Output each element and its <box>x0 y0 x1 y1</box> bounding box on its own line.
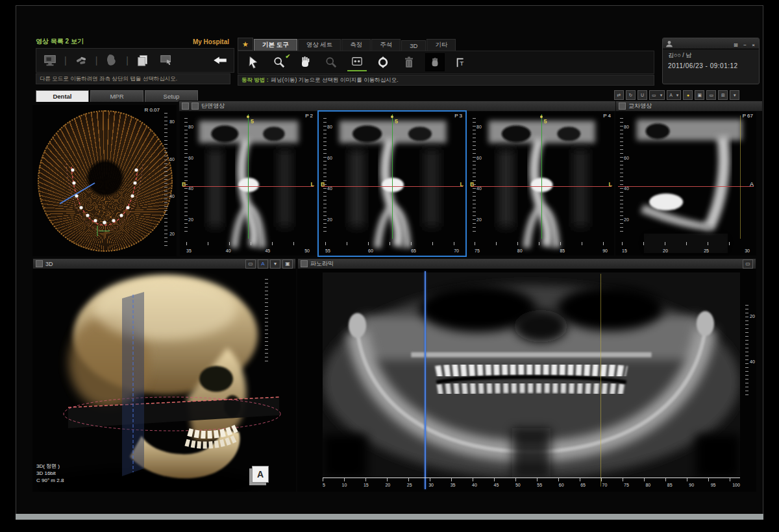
slice-position-label: P 2 <box>305 113 313 119</box>
annotation-button[interactable]: A <box>258 260 268 269</box>
ruler-number: 35 <box>451 483 456 487</box>
tab-dental[interactable]: Dental <box>36 90 89 102</box>
highlight-toggle-button[interactable]: ● <box>683 90 693 100</box>
crosshair-horizontal[interactable] <box>471 186 612 187</box>
divider: | <box>93 55 100 66</box>
measure-text-button[interactable]: T <box>451 53 471 71</box>
axial-arch-viewport[interactable]: R 0.07 80 60 40 20 <box>32 105 177 256</box>
region-report-button[interactable] <box>101 51 123 69</box>
crosshair-vertical[interactable] <box>392 114 393 239</box>
rotate-3d-button[interactable] <box>373 53 393 71</box>
line-origin-dot <box>247 115 249 118</box>
left-status-bar: 다른 모드로 이동하려면 좌측 상단의 탭을 선택하십시오. <box>36 73 230 84</box>
grid-button[interactable]: ▣ <box>282 260 293 269</box>
ruler-number: 80 <box>624 125 629 129</box>
cursor-icon <box>247 56 259 69</box>
crosshair-vertical[interactable] <box>248 114 249 239</box>
ruler-number: 60 <box>476 156 482 160</box>
grab-tool-button[interactable] <box>425 53 445 71</box>
ribbon-tab-basic-tools[interactable]: 기본 도구 <box>254 39 297 51</box>
threeD-viewport[interactable]: 3D( 정면 ) 3D 16bit C 90° m 2.8 A <box>32 269 296 492</box>
link-views-button[interactable]: ⇄ <box>614 90 624 100</box>
filter-select[interactable]: A ▾ <box>667 90 681 100</box>
ruler-number: 20 <box>385 483 390 487</box>
panoramic-panel: 파노라믹 ▭ 5 10 <box>297 258 756 492</box>
panel-icon <box>301 260 308 267</box>
ruler-number: 55 <box>537 483 542 487</box>
reset-view-button[interactable]: ↻ <box>626 90 636 100</box>
ribbon-toolbar: ✔ <box>238 51 654 74</box>
close-button[interactable]: × <box>750 42 756 48</box>
undo-button[interactable]: U <box>637 90 647 100</box>
ruler-number: 80 <box>188 125 193 129</box>
threeD-side-ruler <box>265 279 268 363</box>
panoramic-cursor-line[interactable] <box>425 271 426 489</box>
select-cursor-button[interactable] <box>243 53 263 71</box>
back-button[interactable] <box>209 51 231 69</box>
film-view-button[interactable] <box>347 53 367 71</box>
crosshair-horizontal[interactable] <box>182 186 314 187</box>
tab-mpr[interactable]: MPR <box>90 90 143 102</box>
divider: | <box>62 55 69 66</box>
ribbon-tab-row: ★ 기본 도구 영상 세트 측정 주석 3D 기타 <box>238 38 654 51</box>
single-view-button[interactable]: ▭ <box>706 90 716 100</box>
minimize-button[interactable]: − <box>742 42 748 48</box>
pan-hand-button[interactable] <box>295 53 315 71</box>
ribbon-tab-annotation[interactable]: 주석 <box>371 39 401 51</box>
crosshair-vertical[interactable] <box>541 114 542 239</box>
cross-viewport-2-selected[interactable]: 5 B L P 3 80 60 40 20 55 60 65 70 <box>317 110 467 257</box>
side-ruler-ticks <box>184 118 188 234</box>
favorites-star-icon[interactable]: ★ <box>238 38 253 51</box>
ruler-number: 25 <box>704 248 709 253</box>
ruler-number: 80 <box>476 125 482 129</box>
ribbon-tab-3d[interactable]: 3D <box>401 40 426 51</box>
ruler-number: 80 <box>517 248 523 253</box>
ribbon: ★ 기본 도구 영상 세트 측정 주석 3D 기타 ✔ <box>238 38 654 86</box>
ribbon-tab-image-set[interactable]: 영상 세트 <box>298 39 341 51</box>
bottom-ruler-numbers: 55 60 65 70 <box>325 248 459 253</box>
side-ruler-ticks <box>323 118 327 234</box>
anterior-label: A <box>750 181 754 187</box>
ribbon-tab-measure[interactable]: 측정 <box>341 39 371 51</box>
dropdown-button[interactable]: ▾ <box>270 260 280 269</box>
expand-view-button[interactable]: ⊞ <box>718 90 728 100</box>
zoom-region-button-disabled[interactable] <box>321 53 341 71</box>
cross-viewport-3[interactable]: 5 B L P 4 80 60 40 20 75 80 85 90 <box>468 112 614 256</box>
delete-button[interactable] <box>399 53 419 71</box>
viewer-layout-button[interactable] <box>39 51 61 69</box>
panoramic-viewport[interactable]: 5 10 15 20 25 30 35 40 45 50 55 60 65 70… <box>297 269 756 492</box>
pin-button[interactable]: ⊞ <box>732 42 739 48</box>
threeD-panel: 3D ▭ A ▾ ▣ 3D( 정면 ) 3D <box>32 258 296 492</box>
implant-tools-button[interactable] <box>70 51 92 69</box>
sagittal-viewport[interactable]: P 67 A 80 60 40 20 15 20 25 30 <box>615 112 756 256</box>
export-button[interactable] <box>155 51 177 69</box>
capture-copy-button[interactable] <box>132 51 154 69</box>
patient-name: 김○○ / 남 <box>663 49 759 60</box>
panel-icon <box>619 103 626 110</box>
layout-button[interactable]: ▭ <box>245 260 256 269</box>
more-options-button[interactable]: ▾ <box>730 90 739 100</box>
threeD-header: 3D ▭ A ▾ ▣ <box>32 258 296 269</box>
layout-select[interactable]: ▭ ▾ <box>649 90 665 100</box>
ruler-number: 60 <box>188 156 193 160</box>
patient-icon <box>665 40 673 47</box>
cross-viewport-1[interactable]: 5 B L P 2 80 60 40 20 35 40 45 50 <box>180 112 316 256</box>
crosshair-horizontal[interactable] <box>618 186 754 187</box>
ruler-number: 20 <box>188 217 193 222</box>
zoom-tool-button[interactable]: ✔ <box>269 53 289 71</box>
orientation-cube[interactable]: A <box>252 466 269 483</box>
measure-flag-icon: T <box>455 56 467 69</box>
crosshair-horizontal[interactable] <box>321 186 463 187</box>
tooth-number-label: 5 <box>395 118 398 125</box>
ribbon-tab-etc[interactable]: 기타 <box>427 39 456 51</box>
ruler-number: 10 <box>342 483 347 487</box>
reference-line-vertical[interactable] <box>740 115 741 239</box>
ruler-number: 100 <box>732 483 740 487</box>
reference-line-yellow[interactable] <box>600 274 601 487</box>
left-status-text: 다른 모드로 이동하려면 좌측 상단의 탭을 선택하십시오. <box>40 75 177 83</box>
grid-toggle-button[interactable]: ▣ <box>695 90 704 100</box>
layout-button[interactable]: ▭ <box>743 260 753 269</box>
lingual-label: L <box>609 181 613 187</box>
ruler-number: 40 <box>327 186 332 191</box>
ruler-number: 60 <box>327 156 332 160</box>
